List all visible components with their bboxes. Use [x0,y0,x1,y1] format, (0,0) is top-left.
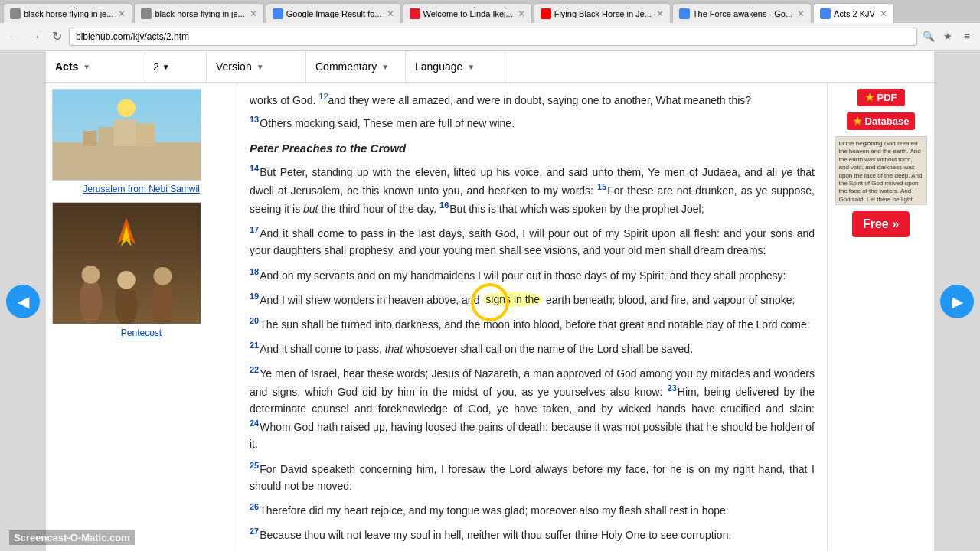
tab-close[interactable]: ✕ [797,8,805,19]
book-dropdown-arrow: ▼ [83,63,90,71]
svg-point-8 [80,279,103,324]
verse-18: 18And on my servants and on my handmaide… [250,266,815,284]
verse-25: 25For David speaketh concerning him, I f… [250,459,815,494]
nav-bar: ← → ↻ 🔍 ★ ≡ [0,23,980,51]
svg-rect-2 [113,119,136,146]
back-button[interactable]: ← [5,28,23,46]
bible-thumbnail: In the beginning God created the heaven … [835,136,927,205]
tab-close[interactable]: ✕ [387,8,394,19]
db-label: Database [865,116,910,127]
verse-26: 26Therefore did my heart rejoice, and my… [250,500,815,519]
commentary-dropdown-arrow: ▼ [381,63,389,71]
tab-favicon [273,8,283,19]
right-sidebar: ★ PDF ★ Database In the beginning God cr… [827,83,934,551]
tab-3[interactable]: Google Image Result fo... ✕ [266,3,401,23]
prev-arrow-btn[interactable]: ◀ [6,285,40,318]
verse-22-23-24: 22Ye men of Israel, hear these words; Je… [250,364,815,453]
chapter-selector[interactable]: 2 ▼ [145,51,207,82]
page-body: Jerusalem from Nebi Samwil [46,83,934,551]
verse-27: 27Because thou wilt not leave my soul in… [250,525,815,543]
verse-17: 17And it shall come to pass in the last … [250,223,815,259]
verse-21: 21And it shall come to pass, that whosoe… [250,339,815,357]
db-star-icon: ★ [853,116,862,127]
pentecost-image [52,202,201,324]
tab-favicon [820,8,831,19]
svg-rect-4 [136,123,155,146]
database-button[interactable]: ★ Database [847,112,916,130]
tab-favicon [541,8,551,19]
tab-close[interactable]: ✕ [656,8,664,19]
pdf-button[interactable]: ★ PDF [858,89,905,106]
toolbar: Acts ▼ 2 ▼ Version ▼ Commentary ▼ Langua… [46,51,934,83]
svg-rect-5 [83,131,97,146]
tab-label: black horse flying in je... [155,9,244,18]
verse-13: 13Others mocking said, These men are ful… [250,113,815,132]
tab-6[interactable]: The Force awakens - Go... ✕ [672,3,812,23]
bible-text-area[interactable]: works of God. 12and they were all amazed… [237,83,827,551]
book-label: Acts [55,60,78,73]
tab-label: Flying Black Horse in Je... [554,9,652,18]
pdf-star-icon: ★ [865,92,874,103]
svg-rect-3 [98,127,113,146]
tab-label: The Force awakens - Go... [693,9,792,18]
free-button[interactable]: Free » [852,211,910,237]
tab-favicon [10,8,21,19]
chapter-label: 2 [153,60,159,73]
prev-chapter-arrow[interactable]: ◀ [0,51,46,551]
svg-point-12 [152,280,175,324]
jerusalem-image [52,89,201,181]
svg-point-9 [82,266,100,284]
tab-close[interactable]: ✕ [880,8,887,19]
verse-20: 20The sun shall be turned into darkness,… [250,315,815,333]
tab-close[interactable]: ✕ [250,8,257,19]
tab-favicon [141,8,152,19]
pdf-label: PDF [877,92,897,103]
verse-preamble: works of God. 12and they were all amazed… [250,90,815,109]
tab-1[interactable]: black horse flying in je... ✕ [3,3,132,23]
section-heading: Peter Preaches to the Crowd [250,139,815,158]
watermark: Screencast-O-Matic.com [9,530,135,545]
verse-14: 14But Peter, standing up with the eleven… [250,162,815,217]
tab-label: Google Image Result fo... [286,9,382,18]
verse-19: 19And I will shew wonders in heaven abov… [250,290,815,308]
forward-button[interactable]: → [26,28,44,46]
tab-label: Welcome to Linda Ikej... [423,9,513,18]
zoom-button[interactable]: 🔍 [920,28,937,45]
pentecost-image-link[interactable]: Pentecost [52,328,230,338]
menu-button[interactable]: ≡ [959,28,975,45]
chapter-dropdown-arrow: ▼ [162,63,170,71]
refresh-button[interactable]: ↻ [47,28,66,46]
language-label: Language [415,60,462,73]
tab-close[interactable]: ✕ [518,8,525,19]
tab-7-active[interactable]: Acts 2 KJV ✕ [813,3,894,23]
jerusalem-image-link[interactable]: Jerusalem from Nebi Samwil [52,184,230,194]
svg-point-13 [154,267,172,285]
tab-label: black horse flying in je... [24,9,113,18]
language-selector[interactable]: Language ▼ [406,51,505,82]
version-label: Version [216,60,252,73]
tab-4[interactable]: Welcome to Linda Ikej... ✕ [403,3,532,23]
svg-point-10 [115,284,138,324]
commentary-label: Commentary [315,60,377,73]
next-arrow-btn[interactable]: ▶ [940,285,974,318]
book-selector[interactable]: Acts ▼ [46,51,145,82]
tab-5[interactable]: Flying Black Horse in Je... ✕ [534,3,671,23]
left-sidebar: Jerusalem from Nebi Samwil [46,83,237,551]
svg-rect-1 [53,142,201,180]
commentary-selector[interactable]: Commentary ▼ [306,51,406,82]
star-button[interactable]: ★ [939,28,956,45]
version-selector[interactable]: Version ▼ [207,51,306,82]
content-area: Acts ▼ 2 ▼ Version ▼ Commentary ▼ Langua… [46,51,934,551]
tab-favicon [679,8,690,19]
tab-label: Acts 2 KJV [834,9,875,18]
next-chapter-arrow[interactable]: ▶ [934,51,980,551]
tab-2[interactable]: black horse flying in je... ✕ [134,3,263,23]
nav-icons: 🔍 ★ ≡ [920,28,975,45]
tab-close[interactable]: ✕ [118,8,126,19]
tab-bar: black horse flying in je... ✕ black hors… [0,0,980,23]
pentecost-image-container: Pentecost [52,202,230,338]
version-dropdown-arrow: ▼ [256,63,264,71]
address-bar[interactable] [69,28,917,46]
browser-chrome: black horse flying in je... ✕ black hors… [0,0,980,51]
svg-point-11 [117,271,136,289]
